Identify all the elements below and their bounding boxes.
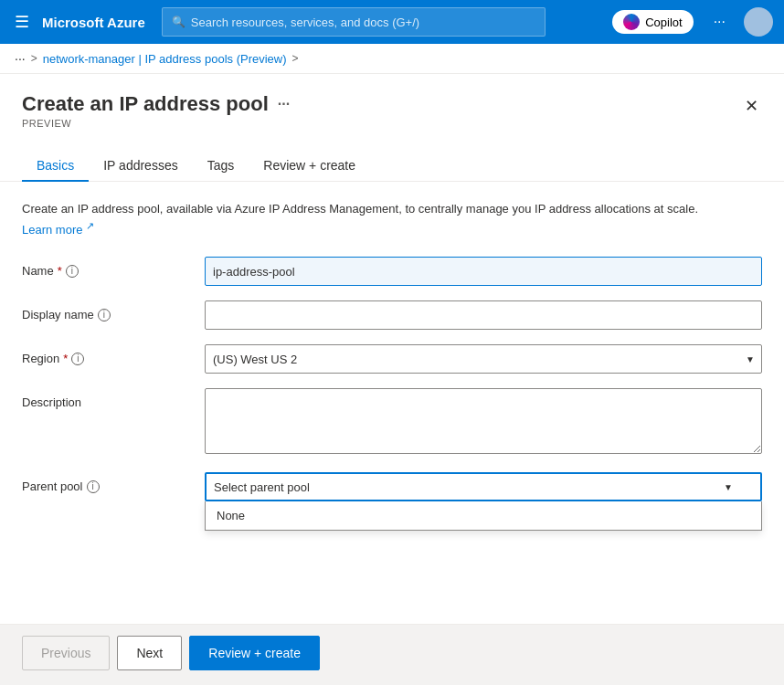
breadcrumb: ··· > network-manager | IP address pools… (0, 44, 784, 74)
close-button[interactable]: ✕ (741, 92, 762, 120)
region-select[interactable]: (US) West US 2 (US) East US (US) East US… (205, 344, 762, 374)
breadcrumb-sep2: > (292, 52, 299, 65)
name-field-row: Name * i (22, 257, 762, 286)
parent-pool-info-icon[interactable]: i (87, 480, 100, 493)
parent-pool-control-wrap: Select parent pool ▼ None (205, 472, 762, 501)
panel-title-block: Create an IP address pool ··· PREVIEW (22, 92, 290, 129)
breadcrumb-sep1: > (31, 52, 37, 65)
breadcrumb-link[interactable]: network-manager | IP address pools (Prev… (43, 52, 287, 66)
parent-pool-dropdown: None (205, 501, 762, 531)
description-textarea-wrap (205, 388, 762, 458)
region-select-wrap: (US) West US 2 (US) East US (US) East US… (205, 344, 762, 374)
parent-pool-container: Select parent pool ▼ None (205, 472, 762, 501)
previous-button[interactable]: Previous (22, 636, 110, 670)
top-nav: ☰ Microsoft Azure 🔍 Search resources, se… (0, 0, 784, 44)
panel-title: Create an IP address pool ··· (22, 92, 290, 116)
info-banner: Create an IP address pool, available via… (22, 200, 762, 238)
name-input[interactable] (205, 257, 762, 286)
copilot-label: Copilot (645, 16, 682, 29)
tab-review-create[interactable]: Review + create (249, 151, 370, 182)
name-info-icon[interactable]: i (66, 265, 79, 278)
description-field-row: Description (22, 388, 762, 458)
display-name-field-row: Display name i (22, 300, 762, 330)
display-name-info-icon[interactable]: i (98, 309, 111, 321)
breadcrumb-ellipsis[interactable]: ··· (15, 51, 26, 66)
name-required-star: * (58, 264, 62, 278)
review-create-button[interactable]: Review + create (189, 636, 320, 670)
display-name-input-wrap (205, 300, 762, 330)
display-name-input[interactable] (205, 300, 762, 330)
dropdown-item-none[interactable]: None (206, 501, 761, 530)
parent-pool-select[interactable]: Select parent pool ▼ (205, 472, 762, 501)
name-input-wrap (205, 257, 762, 286)
search-bar[interactable]: 🔍 Search resources, services, and docs (… (162, 7, 546, 37)
panel-preview-label: PREVIEW (22, 118, 290, 129)
tab-basics[interactable]: Basics (22, 151, 89, 182)
parent-pool-placeholder: Select parent pool (214, 480, 310, 494)
next-button[interactable]: Next (117, 636, 182, 670)
display-name-label: Display name i (22, 300, 205, 321)
parent-pool-chevron-icon: ▼ (724, 482, 733, 492)
region-field-row: Region * i (US) West US 2 (US) East US (… (22, 344, 762, 374)
hamburger-icon[interactable]: ☰ (11, 8, 33, 36)
nav-more-button[interactable]: ··· (708, 8, 731, 36)
user-avatar[interactable] (744, 7, 773, 37)
panel-header: Create an IP address pool ··· PREVIEW ✕ (0, 74, 784, 129)
region-select-wrapper: (US) West US 2 (US) East US (US) East US… (205, 344, 762, 374)
tab-tags[interactable]: Tags (193, 151, 249, 182)
search-placeholder-text: Search resources, services, and docs (G+… (191, 16, 419, 29)
region-required-star: * (63, 352, 68, 365)
region-label: Region * i (22, 344, 205, 365)
main-panel: Create an IP address pool ··· PREVIEW ✕ … (0, 74, 784, 681)
azure-logo: Microsoft Azure (42, 15, 145, 30)
panel-footer: Previous Next Review + create (0, 624, 784, 681)
copilot-button[interactable]: Copilot (612, 10, 693, 34)
parent-pool-label: Parent pool i (22, 472, 205, 493)
panel-title-ellipsis[interactable]: ··· (278, 96, 290, 112)
nav-icons: ··· (708, 8, 731, 36)
tab-ip-addresses[interactable]: IP addresses (89, 151, 192, 182)
copilot-gem-icon (623, 14, 640, 30)
tabs: Basics IP addresses Tags Review + create (0, 136, 784, 182)
description-textarea[interactable] (205, 388, 762, 454)
parent-pool-field-row: Parent pool i Select parent pool ▼ None (22, 472, 762, 501)
region-info-icon[interactable]: i (71, 353, 84, 365)
search-icon: 🔍 (172, 16, 185, 28)
info-text: Create an IP address pool, available via… (22, 202, 698, 216)
description-label: Description (22, 388, 205, 409)
panel-content: Create an IP address pool, available via… (0, 182, 784, 624)
name-label: Name * i (22, 257, 205, 278)
learn-more-link[interactable]: Learn more ↗ (22, 223, 94, 237)
external-link-icon: ↗ (86, 220, 94, 231)
